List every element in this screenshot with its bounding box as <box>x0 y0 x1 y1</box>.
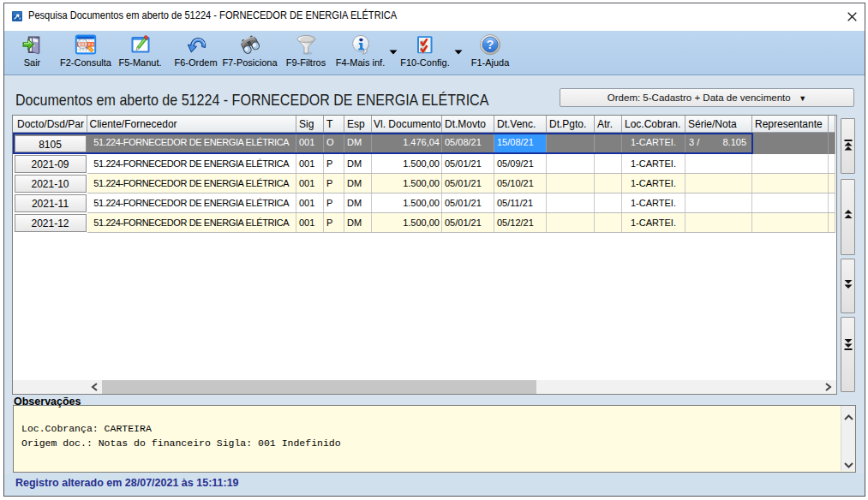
svg-text:?: ? <box>487 38 494 51</box>
